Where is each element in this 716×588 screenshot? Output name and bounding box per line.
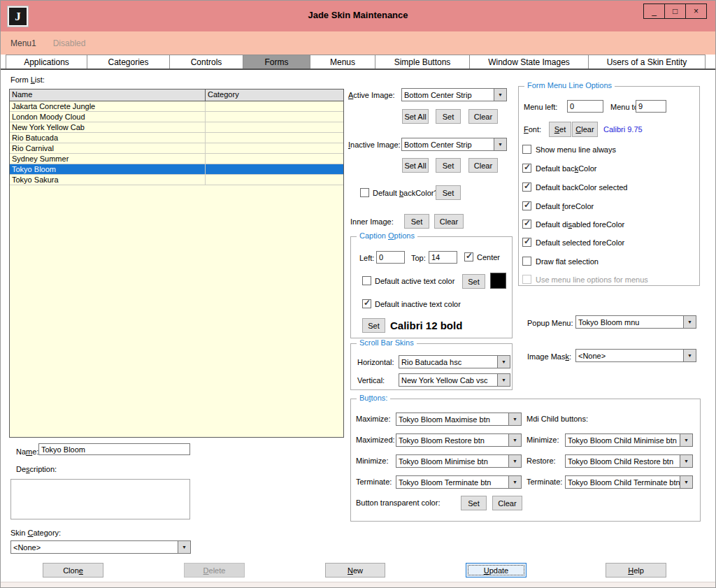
menu-item-menu1[interactable]: Menu1 [10, 38, 36, 48]
image-mask-select[interactable]: <None> ▼ [575, 349, 696, 362]
center-label[interactable]: Center [477, 253, 500, 261]
default-backcolor-menu-checkbox[interactable] [522, 164, 531, 173]
menu-left-input[interactable] [567, 100, 603, 113]
default-backcolor-selected-label[interactable]: Default backColor selected [536, 183, 627, 192]
default-backcolor-menu-label[interactable]: Default backColor [536, 164, 596, 173]
default-inactive-text-color-label[interactable]: Default inactive text color [375, 300, 461, 308]
maximize-button-value: Tokyo Bloom Maximise btn [396, 413, 508, 425]
update-button[interactable]: Update [466, 563, 527, 578]
minimize-button-select[interactable]: Tokyo Bloom Minimise btn▼ [396, 454, 522, 468]
tab-forms[interactable]: Forms [243, 55, 310, 69]
window-title: Jade Skin Maintenance [1, 10, 715, 20]
maximized-button-select[interactable]: Tokyo Bloom Restore btn▼ [396, 433, 522, 447]
row-name: Sydney Summer [10, 154, 206, 164]
tab-applications[interactable]: Applications [6, 55, 87, 69]
default-active-text-color-label[interactable]: Default active text color [375, 277, 454, 285]
default-backcolor-label[interactable]: Default backColor? [373, 189, 438, 197]
active-image-set-button[interactable]: Set [436, 109, 461, 124]
horizontal-scrollbar-select[interactable]: Rio Batucada hsc ▼ [399, 355, 510, 368]
inactive-image-clear-button[interactable]: Clear [468, 158, 498, 173]
caption-top-input[interactable] [429, 251, 457, 264]
table-row[interactable]: London Moody Cloud [10, 112, 343, 122]
tab-users-of-a-skin-entity[interactable]: Users of a Skin Entity [588, 55, 706, 69]
inactive-image-set-all-button[interactable]: Set All [402, 158, 429, 173]
active-image-set-all-button[interactable]: Set All [402, 109, 429, 124]
new-button[interactable]: New [325, 563, 385, 578]
table-row[interactable]: Tokyo Sakura [10, 175, 343, 185]
tab-simple-buttons[interactable]: Simple Buttons [375, 55, 470, 69]
terminate-button-select[interactable]: Tokyo Bloom Terminate btn▼ [396, 475, 522, 489]
inner-image-clear-button[interactable]: Clear [434, 214, 464, 229]
image-mask-value: <None> [576, 350, 683, 361]
table-row[interactable]: New York Yellow Cab [10, 122, 343, 133]
vertical-scrollbar-select[interactable]: New York Yellow Cab vsc ▼ [399, 373, 510, 387]
description-input[interactable] [10, 479, 190, 519]
menu-top-input[interactable] [636, 100, 666, 113]
default-forecolor-label[interactable]: Default foreColor [536, 202, 594, 210]
table-row[interactable]: Jakarta Concrete Jungle [10, 101, 343, 112]
tab-controls[interactable]: Controls [169, 55, 243, 69]
default-inactive-text-color-checkbox[interactable] [362, 299, 371, 308]
default-backcolor-selected-checkbox[interactable] [522, 182, 531, 192]
show-menu-line-always-label[interactable]: Show menu line always [536, 145, 616, 154]
name-input[interactable] [38, 443, 190, 455]
button-transparent-color-label: Button transparent color: [356, 499, 440, 507]
caption-font-set-button[interactable]: Set [362, 318, 385, 333]
table-row[interactable]: Sydney Summer [10, 154, 343, 164]
default-disabled-forecolor-checkbox[interactable] [522, 220, 531, 229]
chevron-down-icon: ▼ [508, 434, 521, 446]
default-active-text-color-checkbox[interactable] [362, 276, 371, 285]
default-backcolor-checkbox[interactable] [360, 188, 369, 197]
tab-categories[interactable]: Categories [87, 55, 170, 69]
center-checkbox[interactable] [464, 252, 473, 261]
inner-image-label: Inner Image: [350, 217, 394, 226]
help-button[interactable]: Help [606, 563, 666, 578]
clone-button[interactable]: Clone [43, 563, 103, 578]
row-category [206, 133, 343, 143]
inactive-image-set-button[interactable]: Set [436, 158, 461, 173]
default-backcolor-set-button[interactable]: Set [436, 185, 461, 200]
popup-menu-select[interactable]: Tokyo Bloom mnu ▼ [575, 315, 696, 329]
mdi-restore-button-select[interactable]: Tokyo Bloom Child Restore btn▼ [565, 454, 693, 468]
skin-category-select[interactable]: <None> ▼ [10, 540, 191, 554]
form-list-table: Name Category Jakarta Concrete Jungle Lo… [9, 89, 344, 438]
minimize-icon[interactable]: _ [643, 3, 665, 19]
table-row[interactable]: Rio Batucada [10, 133, 343, 143]
draw-flat-selection-label[interactable]: Draw flat selection [536, 257, 599, 266]
transparent-color-clear-button[interactable]: Clear [492, 496, 522, 510]
close-icon[interactable]: × [685, 3, 707, 19]
default-disabled-forecolor-label[interactable]: Default disabled foreColor [536, 220, 624, 229]
active-image-clear-button[interactable]: Clear [468, 109, 498, 124]
active-text-color-set-button[interactable]: Set [462, 274, 485, 289]
row-category [206, 101, 343, 111]
table-row-selected[interactable]: Tokyo Bloom [10, 164, 343, 175]
active-text-color-swatch [490, 273, 506, 289]
window-controls: _ □ × [644, 3, 707, 19]
maximize-icon[interactable]: □ [664, 3, 686, 19]
font-set-button[interactable]: Set [549, 122, 571, 137]
skin-category-label: Skin Category: [10, 529, 61, 537]
default-selected-forecolor-checkbox[interactable] [522, 238, 531, 247]
mdi-terminate-button-select[interactable]: Tokyo Bloom Child Terminate btn▼ [565, 475, 693, 489]
caption-left-input[interactable] [376, 251, 405, 264]
table-row[interactable]: Rio Carnival [10, 143, 343, 154]
form-menu-line-options-title: Form Menu Line Options [524, 81, 615, 89]
inactive-image-select[interactable]: Bottom Center Strip ▼ [401, 138, 507, 151]
font-clear-button[interactable]: Clear [572, 122, 598, 137]
default-selected-forecolor-label[interactable]: Default selected foreColor [536, 238, 624, 247]
delete-button: Delete [184, 563, 245, 578]
active-image-select[interactable]: Bottom Center Strip ▼ [401, 88, 507, 101]
tab-menus[interactable]: Menus [310, 55, 375, 69]
draw-flat-selection-checkbox[interactable] [522, 257, 531, 266]
show-menu-line-always-checkbox[interactable] [522, 145, 531, 154]
inner-image-set-button[interactable]: Set [404, 214, 429, 229]
maximize-button-select[interactable]: Tokyo Bloom Maximise btn▼ [396, 413, 522, 426]
column-header-category[interactable]: Category [206, 89, 343, 101]
mdi-minimize-button-select[interactable]: Tokyo Bloom Child Minimise btn▼ [565, 433, 693, 447]
tab-window-state-images[interactable]: Window State Images [469, 55, 589, 69]
transparent-color-set-button[interactable]: Set [461, 496, 487, 510]
default-forecolor-checkbox[interactable] [522, 201, 531, 210]
column-header-name[interactable]: Name [10, 89, 206, 101]
vertical-scrollbar-value: New York Yellow Cab vsc [399, 374, 497, 386]
row-name: Rio Carnival [10, 143, 206, 153]
